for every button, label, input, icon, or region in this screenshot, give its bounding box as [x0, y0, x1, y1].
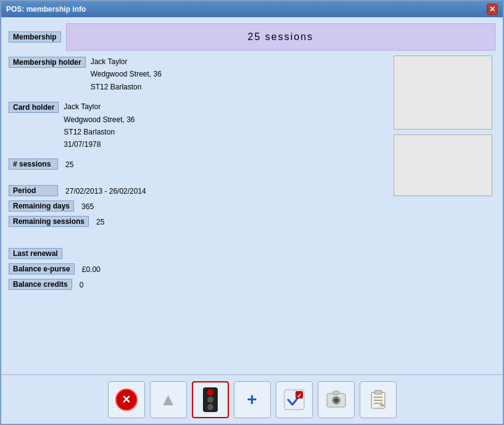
clipboard-button[interactable] [360, 381, 397, 418]
main-window: POS: membership info ✕ Membership 25 ses… [0, 0, 504, 425]
remaining-days-row: Remaining days 365 [9, 200, 387, 214]
close-button[interactable]: ✕ [487, 4, 498, 15]
remaining-sessions-value: 25 [94, 216, 107, 228]
x-icon: ✕ [115, 389, 138, 411]
checkmark-icon: ✓ [283, 389, 305, 411]
sessions-row: # sessions 25 [9, 159, 387, 172]
balance-credits-row: Balance credits 0 [9, 279, 387, 292]
photo-box-top [394, 56, 492, 130]
right-panel [394, 56, 495, 368]
membership-label: Membership [9, 31, 61, 43]
balance-epurse-value: £0.00 [80, 263, 103, 276]
sessions-value: 25 [63, 159, 76, 171]
period-row: Period 27/02/2013 - 26/02/2014 [9, 185, 387, 199]
membership-holder-row: Membership holder Jack Taylor Wedgwood S… [9, 56, 387, 93]
tl-green [207, 404, 213, 410]
main-content: Membership holder Jack Taylor Wedgwood S… [9, 56, 495, 368]
period-value: 27/02/2013 - 26/02/2014 [63, 185, 149, 197]
warning-icon: ▲ [160, 390, 177, 410]
warning-button[interactable]: ▲ [150, 381, 187, 418]
add-button[interactable]: + [234, 381, 271, 418]
svg-text:✓: ✓ [297, 392, 302, 399]
card-holder-address1: Wedgwood Street, 36 [64, 113, 134, 126]
sessions-label: # sessions [9, 159, 58, 170]
title-bar: POS: membership info ✕ [1, 1, 503, 17]
balance-epurse-row: Balance e-purse £0.00 [9, 263, 387, 277]
card-holder-row: Card holder Jack Taylor Wedgwood Street,… [9, 101, 387, 151]
period-label: Period [9, 185, 58, 196]
bottom-toolbar: ✕ ▲ + ✓ [1, 374, 503, 424]
card-holder-city: ST12 Barlaston [64, 126, 134, 138]
card-holder-value: Jack Taylor Wedgwood Street, 36 ST12 Bar… [64, 101, 134, 151]
balance-epurse-label: Balance e-purse [9, 263, 75, 274]
traffic-light-button[interactable] [192, 381, 229, 418]
cancel-button[interactable]: ✕ [108, 381, 145, 418]
remaining-days-value: 365 [79, 200, 96, 213]
left-panel: Membership holder Jack Taylor Wedgwood S… [9, 56, 387, 368]
svg-point-6 [334, 398, 338, 402]
remaining-sessions-row: Remaining sessions 25 [9, 216, 387, 229]
remaining-sessions-label: Remaining sessions [9, 216, 89, 227]
check-button[interactable]: ✓ [276, 381, 313, 418]
camera-button[interactable] [318, 381, 355, 418]
clipboard-icon [367, 389, 389, 411]
photo-box-bottom [394, 134, 492, 196]
membership-holder-city: ST12 Barlaston [91, 81, 162, 93]
traffic-light-icon [203, 387, 218, 412]
membership-holder-value: Jack Taylor Wedgwood Street, 36 ST12 Bar… [91, 56, 162, 93]
membership-holder-address1: Wedgwood Street, 36 [91, 68, 162, 80]
card-holder-dob: 31/07/1978 [64, 138, 134, 151]
remaining-days-label: Remaining days [9, 200, 74, 212]
svg-rect-9 [374, 390, 382, 394]
card-holder-name: Jack Taylor [64, 101, 134, 113]
tl-yellow [207, 397, 213, 403]
sessions-banner: 25 sessions [66, 23, 495, 51]
content-area: Membership 25 sessions Membership holder… [1, 17, 503, 374]
last-renewal-label: Last renewal [9, 248, 62, 259]
balance-credits-label: Balance credits [9, 279, 72, 290]
card-holder-label: Card holder [9, 102, 59, 113]
svg-point-7 [339, 394, 341, 397]
camera-icon [325, 389, 347, 411]
membership-header: Membership 25 sessions [9, 23, 495, 51]
membership-holder-name: Jack Taylor [91, 56, 162, 68]
last-renewal-row: Last renewal [9, 248, 387, 262]
svg-rect-4 [333, 391, 339, 395]
tl-red [207, 389, 213, 395]
window-title: POS: membership info [6, 5, 86, 14]
balance-credits-value: 0 [77, 279, 86, 291]
plus-icon: + [247, 390, 257, 410]
membership-holder-label: Membership holder [9, 57, 86, 68]
